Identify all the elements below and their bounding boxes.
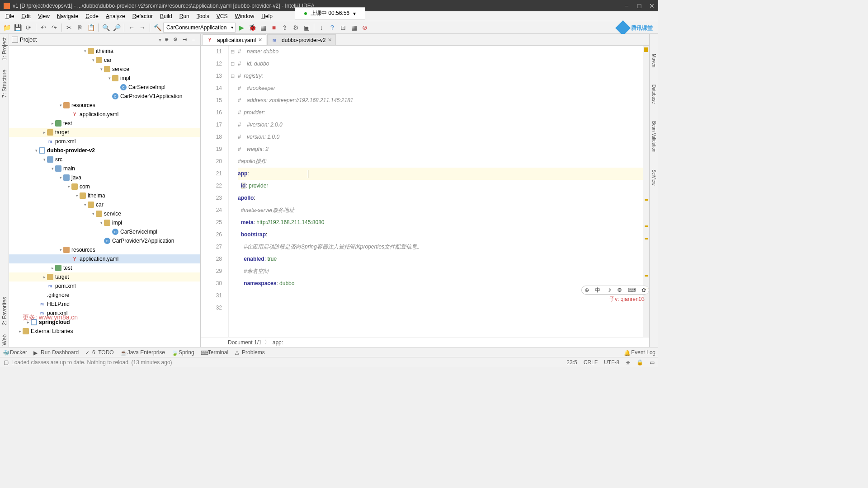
select-opened-icon[interactable]: ⊕ [162,36,170,44]
tree-arrow-icon[interactable]: ▾ [90,211,96,216]
code-line-16[interactable]: # provider: [238,107,643,119]
tree-arrow-icon[interactable]: ▾ [82,202,88,207]
close-button[interactable]: ✕ [646,0,658,11]
tree-arrow-icon[interactable]: ▾ [42,157,47,162]
build-icon[interactable]: 🔨 [152,23,162,33]
tree-arrow-icon[interactable]: ▾ [58,103,63,108]
collapse-icon[interactable]: ⇥ [180,36,189,44]
tool-maven[interactable]: Maven [651,52,656,69]
tab-close-icon[interactable]: ✕ [328,37,332,43]
readonly-lock-icon[interactable]: 🔒 [637,359,643,366]
tree-node-test[interactable]: ▸test [9,263,200,272]
tree-node-pomxml[interactable]: mpom.xml [9,137,200,146]
code-line-27[interactable]: meta: http://192.168.211.145:8080 [238,216,643,229]
tool-bean-validation[interactable]: Bean Validation [651,119,656,154]
tool-structure[interactable]: 7: Structure [1,68,8,99]
code-editor[interactable]: 1112131415161718192021222324252627282930… [201,46,649,337]
editor-content[interactable]: # name: dubbo# id: dubbo# registry:# #zo… [236,46,643,337]
stop-icon[interactable]: ■ [269,23,279,33]
file-encoding[interactable]: UTF-8 [604,359,619,366]
tree-arrow-icon[interactable]: ▸ [17,329,23,333]
menu-navigate[interactable]: Navigate [53,12,82,20]
code-line-25[interactable]: apollo: [238,192,643,204]
find-icon[interactable]: 🔍 [101,23,111,33]
tree-node-externallibraries[interactable]: ▸External Libraries [9,327,200,336]
chevron-down-icon[interactable]: ▾ [353,10,356,17]
warning-marker[interactable] [645,199,648,201]
open-icon[interactable]: 📁 [2,23,12,33]
menu-view[interactable]: View [34,12,53,20]
fold-gutter[interactable]: ⊟⊟⊟ [229,46,236,337]
code-line-13[interactable]: # registry: [238,70,643,82]
tool-database[interactable]: Database [651,83,656,106]
menu-window[interactable]: Window [231,12,258,20]
tool-favorites[interactable]: 2: Favorites [1,295,8,327]
code-line-28[interactable]: bootstrap: [238,229,643,241]
tree-node-itheima[interactable]: ▾itheima [9,47,200,56]
project-panel-title[interactable]: Project [20,37,159,43]
tree-arrow-icon[interactable]: ▾ [99,221,104,225]
dropdown-arrow-icon[interactable]: ▾ [159,37,161,43]
code-line-11[interactable]: # name: dubbo [238,46,643,58]
code-line-23[interactable]: app: [238,168,643,180]
attach-icon[interactable]: ⇪ [280,23,290,33]
code-line-15[interactable]: # address: zookeeper://192.168.211.145:2… [238,94,643,107]
tree-arrow-icon[interactable]: ▾ [99,67,104,71]
tree-arrow-icon[interactable]: ▸ [50,266,55,270]
cursor-position[interactable]: 23:5 [566,359,577,366]
code-line-29[interactable]: #在应用启动阶段是否向Spring容器注入被托管的properties文件配置信… [238,241,643,253]
coverage-icon[interactable]: ▦ [258,23,268,33]
deny-icon[interactable]: ⊘ [360,23,370,33]
bottom-tab-6todo[interactable]: ✓6: TODO [85,349,114,356]
tree-node-carproviderv1application[interactable]: CCarProviderV1Application [9,92,200,101]
cut-icon[interactable]: ✂ [64,23,74,33]
breadcrumb-bar[interactable]: Document 1/1 〉 app: [201,337,649,347]
run-configuration-dropdown[interactable]: CarConsumerApplication [163,23,236,33]
tree-node-car[interactable]: ▾car [9,200,200,209]
tree-arrow-icon[interactable]: ▾ [82,49,88,53]
bottom-tab-docker[interactable]: 🐳Docker [3,349,27,356]
tree-node-main[interactable]: ▾main [9,164,200,173]
undo-icon[interactable]: ↶ [38,23,48,33]
status-icon[interactable]: ▢ [4,359,9,366]
tree-node-applicationyaml[interactable]: Yapplication.yaml [9,254,200,263]
menu-refactor[interactable]: Refactor [129,12,156,20]
run-icon[interactable]: ▶ [236,23,246,33]
tree-arrow-icon[interactable]: ▾ [58,175,63,180]
tree-node-helpmd[interactable]: MHELP.md [9,300,200,309]
forward-icon[interactable]: → [137,23,147,33]
code-line-22[interactable]: #apollo操作 [238,155,643,168]
code-line-14[interactable]: # #zookeeper [238,82,643,94]
tree-node-java[interactable]: ▾java [9,173,200,182]
menu-help[interactable]: Help [258,12,276,20]
tree-node-test[interactable]: ▸test [9,119,200,128]
event-log-button[interactable]: 🔔 Event Log [624,349,656,356]
menu-vcs[interactable]: VCS [213,12,231,20]
hide-icon[interactable]: − [189,36,198,44]
code-with-me-icon[interactable]: ▦ [349,23,359,33]
tree-arrow-icon[interactable]: ▾ [33,148,39,153]
tree-node-resources[interactable]: ▾resources [9,245,200,254]
select-icon[interactable]: ▣ [302,23,311,33]
breadcrumb-doc[interactable]: Document 1/1 [228,339,262,346]
menu-build[interactable]: Build [156,12,176,20]
tree-node-service[interactable]: ▾service [9,209,200,218]
indent-widget[interactable]: ⚹ [626,359,630,366]
tree-arrow-icon[interactable]: ▾ [58,248,63,252]
menu-analyze[interactable]: Analyze [102,12,129,20]
input-method-overlay[interactable]: ⊕ 中 ☽ ⚙ ⌨ ✿ [581,286,649,295]
tree-node-applicationyaml[interactable]: Yapplication.yaml [9,110,200,119]
inspection-indicator-icon[interactable] [644,47,648,52]
tree-node-impl[interactable]: ▾impl [9,218,200,227]
help-icon[interactable]: ? [327,23,337,33]
warning-marker[interactable] [645,225,648,227]
tree-node-target[interactable]: ▸target [9,128,200,137]
tool-project[interactable]: 1: Project [1,36,8,62]
tree-node-impl[interactable]: ▾impl [9,74,200,83]
menu-file[interactable]: File [2,12,18,20]
bottom-tab-spring[interactable]: 🍃Spring [171,349,194,356]
tree-arrow-icon[interactable]: ▾ [66,184,71,189]
tree-node-gitignore[interactable]: .gitignore [9,291,200,300]
debug-icon[interactable]: 🐞 [247,23,257,33]
copy-icon[interactable]: ⎘ [75,23,85,33]
